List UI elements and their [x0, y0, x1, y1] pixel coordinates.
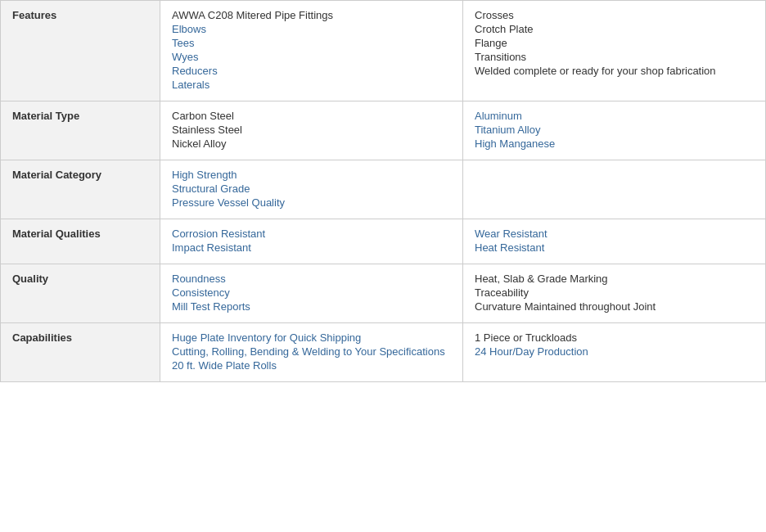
- cell-text: 1 Piece or Truckloads: [475, 331, 754, 344]
- row-label-capabilities: Capabilities: [1, 323, 160, 382]
- row-label-features: Features: [1, 1, 160, 101]
- row-col1-5: Huge Plate Inventory for Quick ShippingC…: [160, 323, 463, 382]
- row-label-material-type: Material Type: [1, 101, 160, 160]
- row-col1-4: RoundnessConsistencyMill Test Reports: [160, 264, 463, 323]
- cell-text[interactable]: Consistency: [172, 286, 451, 299]
- cell-text[interactable]: Tees: [172, 37, 451, 49]
- cell-text: AWWA C208 Mitered Pipe Fittings: [172, 9, 451, 21]
- cell-text: Traceability: [475, 286, 754, 299]
- cell-text: Welded complete or ready for your shop f…: [475, 65, 754, 77]
- cell-text: Flange: [475, 37, 754, 49]
- row-label-quality: Quality: [1, 264, 160, 323]
- cell-text[interactable]: Huge Plate Inventory for Quick Shipping: [172, 331, 451, 344]
- table-row: FeaturesAWWA C208 Mitered Pipe FittingsE…: [1, 1, 766, 101]
- table-row: Material QualitiesCorrosion ResistantImp…: [1, 219, 766, 264]
- cell-text: Heat, Slab & Grade Marking: [475, 273, 754, 285]
- cell-text[interactable]: Cutting, Rolling, Bending & Welding to Y…: [172, 345, 451, 358]
- cell-text[interactable]: 24 Hour/Day Production: [475, 345, 754, 358]
- features-table: FeaturesAWWA C208 Mitered Pipe FittingsE…: [0, 0, 766, 382]
- cell-text[interactable]: 20 ft. Wide Plate Rolls: [172, 359, 451, 372]
- row-label-material-qualities: Material Qualities: [1, 219, 160, 264]
- cell-text[interactable]: High Strength: [172, 169, 451, 181]
- row-col2-1: AluminumTitanium AlloyHigh Manganese: [463, 101, 766, 160]
- cell-text[interactable]: Pressure Vessel Quality: [172, 196, 451, 209]
- cell-text[interactable]: Laterals: [172, 79, 451, 91]
- cell-text: Carbon Steel: [172, 110, 451, 122]
- cell-text[interactable]: Mill Test Reports: [172, 300, 451, 313]
- row-col1-0: AWWA C208 Mitered Pipe FittingsElbowsTee…: [160, 1, 463, 101]
- cell-text: Nickel Alloy: [172, 138, 451, 150]
- cell-text[interactable]: Impact Resistant: [172, 241, 451, 254]
- row-col1-2: High StrengthStructural GradePressure Ve…: [160, 160, 463, 219]
- cell-text[interactable]: Structural Grade: [172, 183, 451, 195]
- row-col2-4: Heat, Slab & Grade MarkingTraceabilityCu…: [463, 264, 766, 323]
- cell-text[interactable]: High Manganese: [475, 138, 754, 150]
- cell-text: Crotch Plate: [475, 23, 754, 35]
- table-row: Material TypeCarbon SteelStainless Steel…: [1, 101, 766, 160]
- cell-text[interactable]: Titanium Alloy: [475, 124, 754, 136]
- row-col2-3: Wear ResistantHeat Resistant: [463, 219, 766, 264]
- cell-text[interactable]: Roundness: [172, 273, 451, 285]
- table-row: CapabilitiesHuge Plate Inventory for Qui…: [1, 323, 766, 382]
- row-col2-2: [463, 160, 766, 219]
- cell-text: Stainless Steel: [172, 124, 451, 136]
- cell-text[interactable]: Aluminum: [475, 110, 754, 122]
- row-col2-5: 1 Piece or Truckloads24 Hour/Day Product…: [463, 323, 766, 382]
- cell-text: Transitions: [475, 51, 754, 63]
- table-row: Material CategoryHigh StrengthStructural…: [1, 160, 766, 219]
- cell-text[interactable]: Reducers: [172, 65, 451, 77]
- cell-text[interactable]: Wyes: [172, 51, 451, 63]
- cell-text[interactable]: Wear Resistant: [475, 228, 754, 240]
- cell-text[interactable]: Corrosion Resistant: [172, 228, 451, 240]
- row-col1-1: Carbon SteelStainless SteelNickel Alloy: [160, 101, 463, 160]
- table-row: QualityRoundnessConsistencyMill Test Rep…: [1, 264, 766, 323]
- cell-text: Crosses: [475, 9, 754, 21]
- cell-text[interactable]: Elbows: [172, 23, 451, 35]
- row-label-material-category: Material Category: [1, 160, 160, 219]
- row-col1-3: Corrosion ResistantImpact Resistant: [160, 219, 463, 264]
- cell-text[interactable]: Heat Resistant: [475, 241, 754, 254]
- row-col2-0: CrossesCrotch PlateFlangeTransitionsWeld…: [463, 1, 766, 101]
- cell-text: Curvature Maintained throughout Joint: [475, 300, 754, 313]
